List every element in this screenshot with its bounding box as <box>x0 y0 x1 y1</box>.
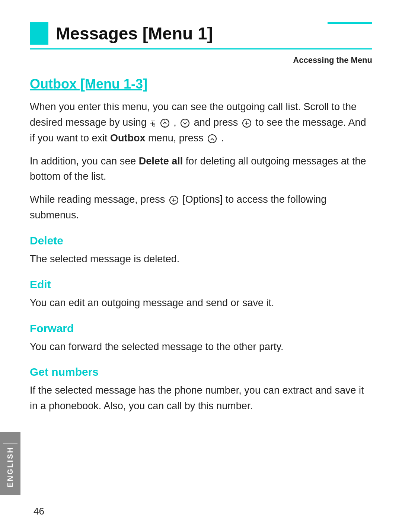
exit-key-icon <box>207 134 217 144</box>
get-numbers-heading: Get numbers <box>30 366 372 378</box>
sidebar-language: ENGLISH <box>0 432 20 495</box>
edit-heading: Edit <box>30 278 372 291</box>
header-accent-block <box>30 22 48 45</box>
header-top-bar <box>328 22 372 24</box>
page-title: Messages [Menu 1] <box>56 23 213 44</box>
forward-heading: Forward <box>30 322 372 335</box>
forward-body: You can forward the selected message to … <box>30 339 372 355</box>
accessing-menu-label: Accessing the Menu <box>30 55 372 65</box>
scroll-down-icon <box>180 118 190 128</box>
get-numbers-body: If the selected message has the phone nu… <box>30 383 372 414</box>
delete-heading: Delete <box>30 234 372 247</box>
outbox-paragraph2: In addition, you can see Delete all for … <box>30 154 372 185</box>
delete-all-bold: Delete all <box>139 156 183 167</box>
edit-body: You can edit an outgoing message and sen… <box>30 295 372 311</box>
outbox-heading: Outbox [Menu 1-3] <box>30 76 372 92</box>
options-key-icon <box>169 195 179 205</box>
scroll-up-icon <box>160 118 170 128</box>
outbox-bold: Outbox <box>110 132 146 144</box>
outbox-paragraph3: While reading message, press [Options] t… <box>30 192 372 223</box>
page-number: 46 <box>34 506 44 517</box>
up-arrow-icon: ⨧̅ <box>150 116 155 130</box>
sidebar-top-line <box>3 443 17 443</box>
outbox-paragraph1: When you enter this menu, you can see th… <box>30 99 372 146</box>
and-press-text: and press <box>194 117 241 128</box>
page-header: Messages [Menu 1] <box>30 22 372 49</box>
select-key-icon <box>242 118 252 128</box>
delete-body: The selected message is deleted. <box>30 251 372 267</box>
page-container: Messages [Menu 1] Accessing the Menu Out… <box>0 0 402 532</box>
sidebar-lang-text: ENGLISH <box>6 446 15 487</box>
